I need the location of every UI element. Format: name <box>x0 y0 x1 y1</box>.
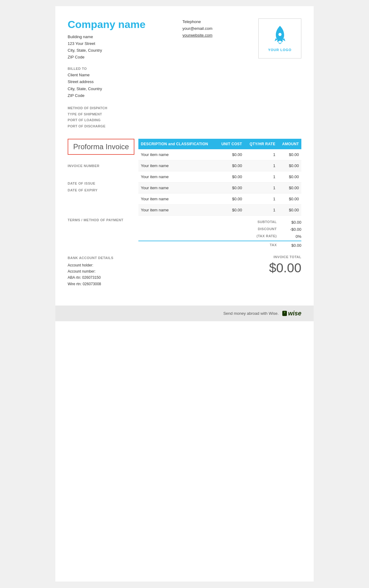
account-holder: Account holder: <box>68 262 113 268</box>
invoice-total-amount: $0.00 <box>269 261 301 275</box>
invoice-main: Proforma Invoice INVOICE NUMBER DATE OF … <box>68 139 301 249</box>
row-description: Your item name <box>138 171 217 182</box>
table-row: Your item name $0.00 1 $0.00 <box>138 204 301 215</box>
row-description: Your item name <box>138 182 217 193</box>
port-of-discharge: PORT OF DISCHARGE <box>68 123 301 130</box>
wise-name: wise <box>288 310 301 317</box>
row-amount: $0.00 <box>278 160 302 171</box>
client-city: City, State, Country <box>68 86 301 92</box>
contact-info: Telephone your@email.com yourwebsite.com <box>182 18 212 61</box>
invoice-table: DESCRIPTION and CLASSIFICATION UNIT COST… <box>138 139 301 216</box>
tax-row: TAX $0.00 <box>138 241 301 249</box>
table-row: Your item name $0.00 1 $0.00 <box>138 193 301 204</box>
table-row: Your item name $0.00 1 $0.00 <box>138 182 301 193</box>
client-name: Client Name <box>68 72 301 78</box>
col-amount: AMOUNT <box>278 139 302 149</box>
bottom-section: BANK ACCOUNT DETAILS Account holder: Acc… <box>68 255 301 287</box>
shipment-section: METHOD OF DISPATCH TYPE OF SHIPMENT PORT… <box>68 105 301 130</box>
row-unit-cost: $0.00 <box>217 182 244 193</box>
proforma-title: Proforma Invoice <box>68 139 134 155</box>
table-header-row: DESCRIPTION and CLASSIFICATION UNIT COST… <box>138 139 301 149</box>
table-body: Your item name $0.00 1 $0.00 Your item n… <box>138 149 301 216</box>
port-of-loading: PORT OF LOADING <box>68 117 301 123</box>
row-description: Your item name <box>138 149 217 160</box>
discount-value: -$0.00 <box>280 227 301 232</box>
tax-rate-label: (TAX RATE) <box>246 234 280 239</box>
bank-details: BANK ACCOUNT DETAILS Account holder: Acc… <box>68 255 113 287</box>
row-qty: 1 <box>244 182 278 193</box>
wise-logo: ⁷ wise <box>282 310 301 317</box>
logo-text: YOUR LOGO <box>268 48 292 52</box>
method-of-dispatch: METHOD OF DISPATCH <box>68 105 301 111</box>
account-number: Account number: <box>68 268 113 274</box>
header-left: Company name Building name 123 Your Stre… <box>68 18 212 61</box>
row-unit-cost: $0.00 <box>217 171 244 182</box>
col-description: DESCRIPTION and CLASSIFICATION <box>138 139 217 149</box>
logo-box: YOUR LOGO <box>258 18 301 58</box>
billed-info: Client Name Street address City, State, … <box>68 72 301 99</box>
subtotal-row: SUBTOTAL $0.00 <box>138 219 301 226</box>
rocket-icon <box>272 25 288 46</box>
type-of-shipment: TYPE OF SHIPMENT <box>68 111 301 118</box>
row-unit-cost: $0.00 <box>217 160 244 171</box>
header: Company name Building name 123 Your Stre… <box>68 18 301 61</box>
company-info: Company name Building name 123 Your Stre… <box>68 18 145 61</box>
footer-text: Send money abroad with Wise. <box>223 311 279 316</box>
table-row: Your item name $0.00 1 $0.00 <box>138 149 301 160</box>
bank-label: BANK ACCOUNT DETAILS <box>68 255 113 261</box>
company-name: Company name <box>68 18 145 30</box>
row-qty: 1 <box>244 171 278 182</box>
date-of-issue-label: DATE OF ISSUE <box>68 180 135 187</box>
left-column: Proforma Invoice INVOICE NUMBER DATE OF … <box>68 139 138 249</box>
row-description: Your item name <box>138 193 217 204</box>
date-of-expiry-label: DATE OF EXPIRY <box>68 187 135 194</box>
summary-section: SUBTOTAL $0.00 DISCOUNT -$0.00 (TAX RATE… <box>138 219 301 249</box>
row-amount: $0.00 <box>278 193 302 204</box>
invoice-total-label: INVOICE TOTAL <box>269 255 301 259</box>
table-row: Your item name $0.00 1 $0.00 <box>138 171 301 182</box>
client-zip: ZIP Code <box>68 92 301 99</box>
row-qty: 1 <box>244 204 278 215</box>
row-unit-cost: $0.00 <box>217 149 244 160</box>
billed-section: BILLED TO Client Name Street address Cit… <box>68 67 301 99</box>
discount-label: DISCOUNT <box>246 227 280 232</box>
row-qty: 1 <box>244 149 278 160</box>
invoice-number-label: INVOICE NUMBER <box>68 164 135 168</box>
tax-rate-value: 0% <box>280 234 301 239</box>
row-description: Your item name <box>138 204 217 215</box>
table-row: Your item name $0.00 1 $0.00 <box>138 160 301 171</box>
row-description: Your item name <box>138 160 217 171</box>
row-qty: 1 <box>244 193 278 204</box>
address-line3: City, State, Country <box>68 47 145 54</box>
address-line2: 123 Your Street <box>68 40 145 47</box>
company-address: Building name 123 Your Street City, Stat… <box>68 34 145 61</box>
client-street: Street address <box>68 78 301 85</box>
col-unit-cost: UNIT COST <box>217 139 244 149</box>
address-line4: ZIP Code <box>68 54 145 61</box>
website: yourwebsite.com <box>182 32 212 39</box>
tax-rate-row: (TAX RATE) 0% <box>138 233 301 240</box>
row-amount: $0.00 <box>278 171 302 182</box>
row-amount: $0.00 <box>278 182 302 193</box>
wire-rtn: Wire rtn: 026073008 <box>68 281 113 287</box>
invoice-total-section: INVOICE TOTAL $0.00 <box>269 255 301 275</box>
address-line1: Building name <box>68 34 145 40</box>
svg-point-0 <box>278 33 281 36</box>
invoice-page: Company name Building name 123 Your Stre… <box>55 6 314 582</box>
telephone-label: Telephone <box>182 18 212 25</box>
subtotal-label: SUBTOTAL <box>246 220 280 225</box>
billed-to-label: BILLED TO <box>68 67 301 70</box>
row-qty: 1 <box>244 160 278 171</box>
date-labels: DATE OF ISSUE DATE OF EXPIRY <box>68 180 135 194</box>
col-qty: QTY/HR RATE <box>244 139 278 149</box>
terms-label: TERMS / METHOD OF PAYMENT <box>68 218 135 222</box>
tax-value: $0.00 <box>280 243 301 248</box>
discount-row: DISCOUNT -$0.00 <box>138 226 301 233</box>
footer: Send money abroad with Wise. ⁷ wise <box>55 306 314 321</box>
wise-badge: ⁷ <box>282 311 287 316</box>
subtotal-value: $0.00 <box>280 220 301 225</box>
tax-label: TAX <box>246 243 280 248</box>
right-column: DESCRIPTION and CLASSIFICATION UNIT COST… <box>138 139 301 249</box>
shipment-info: METHOD OF DISPATCH TYPE OF SHIPMENT PORT… <box>68 105 301 130</box>
row-amount: $0.00 <box>278 204 302 215</box>
